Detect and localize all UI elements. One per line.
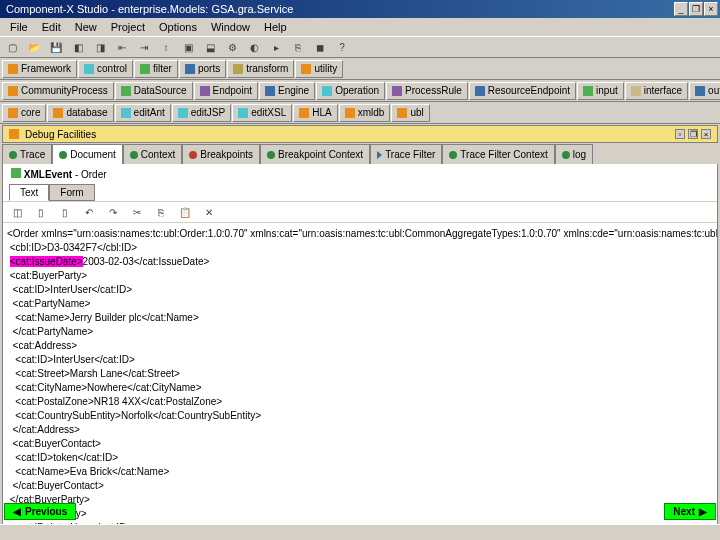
subtab-form[interactable]: Form bbox=[49, 184, 94, 201]
menu-file[interactable]: File bbox=[4, 20, 34, 34]
xml-line: <cat:Street>Marsh Lane</cat:Street> bbox=[7, 367, 713, 381]
tool-icon[interactable]: ⇤ bbox=[114, 39, 130, 55]
tool-icon[interactable]: ◨ bbox=[92, 39, 108, 55]
tool-icon[interactable]: ◐ bbox=[246, 39, 262, 55]
tab-label: ubl bbox=[410, 107, 423, 118]
tool-icon[interactable]: ↕ bbox=[158, 39, 174, 55]
debug-tab-breakpoint-context[interactable]: Breakpoint Context bbox=[260, 144, 370, 164]
category-icon bbox=[631, 86, 641, 96]
xml-source[interactable]: <Order xmlns="urn:oasis:names:tc:ubl:Ord… bbox=[3, 223, 717, 540]
menu-help[interactable]: Help bbox=[258, 20, 293, 34]
menu-project[interactable]: Project bbox=[105, 20, 151, 34]
tool-icon[interactable]: ▯ bbox=[33, 204, 49, 220]
palette-tab-editant[interactable]: editAnt bbox=[115, 104, 171, 122]
palette-tab-editxsl[interactable]: editXSL bbox=[232, 104, 292, 122]
xml-line: <cat:ID>InterUser</cat:ID> bbox=[7, 353, 713, 367]
palette-tab-database[interactable]: database bbox=[47, 104, 113, 122]
menu-window[interactable]: Window bbox=[205, 20, 256, 34]
stop-icon[interactable]: ◼ bbox=[312, 39, 328, 55]
tool-icon[interactable]: ⇥ bbox=[136, 39, 152, 55]
minimize-button[interactable]: _ bbox=[674, 2, 688, 16]
tool-icon[interactable]: ▣ bbox=[180, 39, 196, 55]
category-icon bbox=[53, 108, 63, 118]
tab-label: Document bbox=[70, 149, 116, 160]
help-icon[interactable]: ? bbox=[334, 39, 350, 55]
menu-options[interactable]: Options bbox=[153, 20, 203, 34]
status-bar bbox=[0, 524, 720, 540]
palette-tab-ports[interactable]: ports bbox=[179, 60, 226, 78]
tab-label: Trace bbox=[20, 149, 45, 160]
palette-tab-output[interactable]: output bbox=[689, 82, 720, 100]
palette-tab-engine[interactable]: Engine bbox=[259, 82, 315, 100]
menu-edit[interactable]: Edit bbox=[36, 20, 67, 34]
save-icon[interactable]: 💾 bbox=[48, 39, 64, 55]
palette-tab-xmldb[interactable]: xmldb bbox=[339, 104, 391, 122]
tool-icon[interactable]: ◫ bbox=[9, 204, 25, 220]
xml-line: <cat:CityName>Nowhere</cat:CityName> bbox=[7, 381, 713, 395]
palette-tab-input[interactable]: input bbox=[577, 82, 624, 100]
delete-icon[interactable]: ✕ bbox=[201, 204, 217, 220]
previous-button[interactable]: ◀ Previous bbox=[4, 503, 76, 520]
tab-label: input bbox=[596, 85, 618, 96]
tool-icon[interactable]: ⬓ bbox=[202, 39, 218, 55]
menu-new[interactable]: New bbox=[69, 20, 103, 34]
palette-tab-endpoint[interactable]: Endpoint bbox=[194, 82, 258, 100]
palette-tab-hla[interactable]: HLA bbox=[293, 104, 337, 122]
panel-btn[interactable]: ▫ bbox=[675, 129, 685, 139]
palette-tab-core[interactable]: core bbox=[2, 104, 46, 122]
palette-tab-interface[interactable]: interface bbox=[625, 82, 688, 100]
tab-label: DataSource bbox=[134, 85, 187, 96]
tool-icon[interactable]: ▸ bbox=[268, 39, 284, 55]
palette-tab-processrule[interactable]: ProcessRule bbox=[386, 82, 468, 100]
gear-icon[interactable]: ⚙ bbox=[224, 39, 240, 55]
palette-tab-datasource[interactable]: DataSource bbox=[115, 82, 193, 100]
tool-icon[interactable]: ◧ bbox=[70, 39, 86, 55]
panel-toolbar: ◫ ▯ ▯ ↶ ↷ ✂ ⎘ 📋 ✕ bbox=[3, 201, 717, 223]
debug-tab-trace[interactable]: Trace bbox=[2, 144, 52, 164]
subtab-text[interactable]: Text bbox=[9, 184, 49, 201]
tab-label: Trace Filter Context bbox=[460, 149, 547, 160]
palette-tab-framework[interactable]: Framework bbox=[2, 60, 77, 78]
next-button[interactable]: Next ▶ bbox=[664, 503, 716, 520]
palette-tab-utility[interactable]: utility bbox=[295, 60, 343, 78]
palette-tab-control[interactable]: control bbox=[78, 60, 133, 78]
tab-label: editXSL bbox=[251, 107, 286, 118]
open-icon[interactable]: 📂 bbox=[26, 39, 42, 55]
cut-icon[interactable]: ✂ bbox=[129, 204, 145, 220]
undo-icon[interactable]: ↶ bbox=[81, 204, 97, 220]
palette-tab-filter[interactable]: filter bbox=[134, 60, 178, 78]
debug-title: Debug Facilities bbox=[25, 129, 96, 140]
palette-tab-communityprocess[interactable]: CommunityProcess bbox=[2, 82, 114, 100]
tool-icon[interactable]: ⎘ bbox=[290, 39, 306, 55]
new-icon[interactable]: ▢ bbox=[4, 39, 20, 55]
tab-label: Breakpoints bbox=[200, 149, 253, 160]
palette-tab-editjsp[interactable]: editJSP bbox=[172, 104, 231, 122]
palette-tab-transform[interactable]: transform bbox=[227, 60, 294, 78]
palette-tab-resourceendpoint[interactable]: ResourceEndpoint bbox=[469, 82, 576, 100]
palette-tab-operation[interactable]: Operation bbox=[316, 82, 385, 100]
palette-tab-ubl[interactable]: ubl bbox=[391, 104, 429, 122]
panel-btn[interactable]: ❐ bbox=[688, 129, 698, 139]
debug-tab-context[interactable]: Context bbox=[123, 144, 182, 164]
debug-tab-log[interactable]: log bbox=[555, 144, 593, 164]
debug-tab-trace-filter[interactable]: Trace Filter bbox=[370, 144, 442, 164]
close-button[interactable]: × bbox=[704, 2, 718, 16]
paste-icon[interactable]: 📋 bbox=[177, 204, 193, 220]
debug-icon bbox=[9, 129, 19, 139]
tab-label: Engine bbox=[278, 85, 309, 96]
xml-line: <cat:CountrySubEntity>Norfolk</cat:Count… bbox=[7, 409, 713, 423]
xml-line: <cbl:ID>D3-0342F7</cbl:ID> bbox=[7, 241, 713, 255]
debug-tab-breakpoints[interactable]: Breakpoints bbox=[182, 144, 260, 164]
copy-icon[interactable]: ⎘ bbox=[153, 204, 169, 220]
filter-icon bbox=[377, 151, 382, 159]
debug-tabs: TraceDocumentContextBreakpointsBreakpoin… bbox=[0, 144, 720, 164]
debug-tab-trace-filter-context[interactable]: Trace Filter Context bbox=[442, 144, 554, 164]
maximize-button[interactable]: ❐ bbox=[689, 2, 703, 16]
debug-tab-document[interactable]: Document bbox=[52, 144, 123, 164]
doc-name: Order bbox=[81, 169, 107, 180]
category-icon bbox=[233, 64, 243, 74]
xml-line: <cat:BuyerContact> bbox=[7, 437, 713, 451]
tool-icon[interactable]: ▯ bbox=[57, 204, 73, 220]
panel-close-icon[interactable]: × bbox=[701, 129, 711, 139]
redo-icon[interactable]: ↷ bbox=[105, 204, 121, 220]
